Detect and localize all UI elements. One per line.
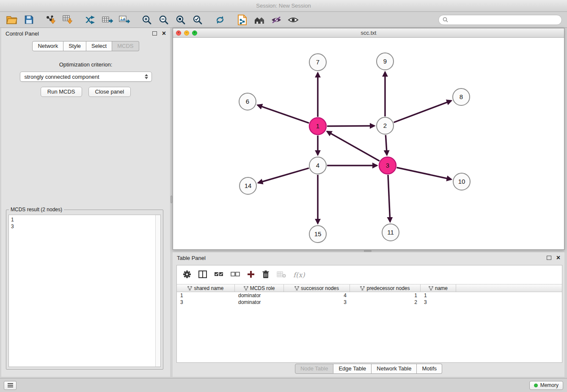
graph-node-6[interactable]: 6: [239, 93, 256, 110]
gear-icon: [183, 270, 191, 279]
window-zoom-button[interactable]: +: [192, 30, 197, 36]
optimization-criterion-select[interactable]: strongly connected component: [20, 72, 152, 82]
graph-edge-3-10[interactable]: [397, 168, 451, 179]
column-header-label: predecessor nodes: [366, 285, 410, 291]
graph-node-9[interactable]: 9: [377, 53, 394, 70]
table-body: 1dominator4113dominator323: [177, 292, 562, 362]
tab-select[interactable]: Select: [86, 41, 112, 51]
import-table-icon: [63, 15, 74, 25]
table-cell[interactable]: 3: [284, 299, 350, 306]
table-cell[interactable]: 1: [350, 292, 421, 299]
mcds-result-scrollbar[interactable]: [155, 215, 160, 367]
first-neighbors-button[interactable]: [251, 13, 268, 27]
window-minimize-button[interactable]: −: [184, 30, 189, 36]
save-session-button[interactable]: [20, 13, 37, 27]
graph-edge-4-14[interactable]: [258, 168, 309, 183]
function-builder-button[interactable]: f(x): [293, 271, 305, 279]
zoom-in-button[interactable]: [138, 13, 155, 27]
search-input[interactable]: [450, 17, 558, 23]
column-hierarchy-icon: [244, 286, 248, 290]
table-cell[interactable]: dominator: [235, 292, 284, 299]
window-close-button[interactable]: ×: [176, 30, 181, 36]
refresh-icon: [215, 15, 225, 25]
import-table-button[interactable]: [60, 13, 77, 27]
show-columns-button[interactable]: [198, 271, 207, 279]
table-settings-button[interactable]: [183, 270, 191, 280]
network-graph[interactable]: 7968124314101511: [173, 38, 564, 249]
graph-edge-1-6[interactable]: [258, 105, 309, 123]
graph-edge-2-8[interactable]: [394, 101, 451, 122]
table-cell[interactable]: 2: [350, 299, 421, 306]
table-cell[interactable]: 3: [421, 299, 456, 306]
column-header-predecessor-nodes[interactable]: predecessor nodes: [350, 284, 421, 292]
column-header-shared-name[interactable]: shared name: [177, 284, 235, 292]
graph-edge-2-3[interactable]: [385, 135, 387, 155]
search-box[interactable]: [438, 15, 562, 25]
export-image-icon: [119, 15, 130, 25]
tab-motifs[interactable]: Motifs: [417, 364, 442, 374]
graph-node-14[interactable]: 14: [239, 177, 256, 194]
table-panel-tabs: Node TableEdge TableNetwork TableMotifs: [173, 364, 564, 374]
table-panel-float-icon[interactable]: [547, 256, 551, 260]
graph-edge-1-2[interactable]: [327, 126, 374, 126]
table-cell[interactable]: 1: [177, 292, 235, 299]
tab-edge-table[interactable]: Edge Table: [333, 364, 372, 374]
tab-network[interactable]: Network: [32, 41, 63, 51]
apply-layout-button[interactable]: [212, 13, 228, 27]
table-row[interactable]: 3dominator323: [177, 299, 562, 306]
column-header-successor-nodes[interactable]: successor nodes: [284, 284, 350, 292]
delete-table-button[interactable]: [277, 271, 286, 279]
show-graphics-details-button[interactable]: [285, 13, 302, 27]
tab-network-table[interactable]: Network Table: [372, 364, 417, 374]
column-header-name[interactable]: name: [421, 284, 456, 292]
table-panel-close-icon[interactable]: ×: [556, 254, 560, 261]
export-image-button[interactable]: [116, 13, 133, 27]
svg-text:1: 1: [316, 122, 319, 130]
delete-rows-button[interactable]: [262, 270, 270, 280]
close-panel-button[interactable]: Close panel: [88, 87, 131, 97]
tab-node-table[interactable]: Node Table: [295, 364, 334, 374]
deselect-all-rows-button[interactable]: [231, 271, 240, 279]
run-mcds-button[interactable]: Run MCDS: [41, 87, 82, 97]
hide-selected-button[interactable]: [268, 13, 285, 27]
select-all-rows-button[interactable]: [214, 271, 223, 279]
svg-text:4: 4: [316, 162, 319, 169]
import-network-button[interactable]: [43, 13, 60, 27]
add-row-button[interactable]: [247, 271, 255, 279]
table-cell[interactable]: 3: [177, 299, 235, 306]
tab-mcds[interactable]: MCDS: [112, 41, 139, 51]
graph-node-15[interactable]: 15: [309, 226, 326, 243]
new-network-from-selection-button[interactable]: [234, 13, 251, 27]
graph-node-11[interactable]: 11: [382, 224, 399, 241]
ui-settings-button[interactable]: [4, 381, 17, 390]
svg-text:2: 2: [383, 122, 387, 129]
tab-style[interactable]: Style: [63, 41, 86, 51]
graph-node-8[interactable]: 8: [453, 88, 470, 105]
zoom-fit-button[interactable]: [172, 13, 189, 27]
table-cell[interactable]: 4: [284, 292, 350, 299]
export-network-button[interactable]: [82, 13, 99, 27]
zoom-out-button[interactable]: [155, 13, 172, 27]
control-panel-float-icon[interactable]: [152, 31, 157, 36]
table-cell[interactable]: dominator: [235, 299, 284, 306]
export-table-button[interactable]: [99, 13, 116, 27]
mcds-result-item[interactable]: 1: [11, 216, 153, 223]
graph-node-7[interactable]: 7: [309, 54, 326, 71]
graph-node-3[interactable]: 3: [379, 157, 396, 174]
graph-node-10[interactable]: 10: [453, 173, 470, 190]
table-cell[interactable]: 1: [421, 292, 456, 299]
zoom-selected-button[interactable]: [189, 13, 206, 27]
graph-node-1[interactable]: 1: [309, 118, 326, 135]
memory-button[interactable]: Memory: [529, 381, 563, 390]
table-row[interactable]: 1dominator411: [177, 292, 562, 299]
graph-node-4[interactable]: 4: [309, 157, 326, 174]
column-header-label: MCDS role: [250, 285, 275, 291]
graph-edge-3-11[interactable]: [388, 175, 390, 222]
control-panel-close-icon[interactable]: ×: [162, 30, 166, 37]
column-header-MCDS-role[interactable]: MCDS role: [235, 284, 284, 292]
mcds-result-item[interactable]: 3: [11, 223, 153, 230]
graph-edge-3-1[interactable]: [327, 131, 380, 161]
graph-node-2[interactable]: 2: [377, 117, 394, 134]
open-file-button[interactable]: [3, 13, 20, 27]
control-panel-header: Control Panel ×: [1, 28, 170, 39]
